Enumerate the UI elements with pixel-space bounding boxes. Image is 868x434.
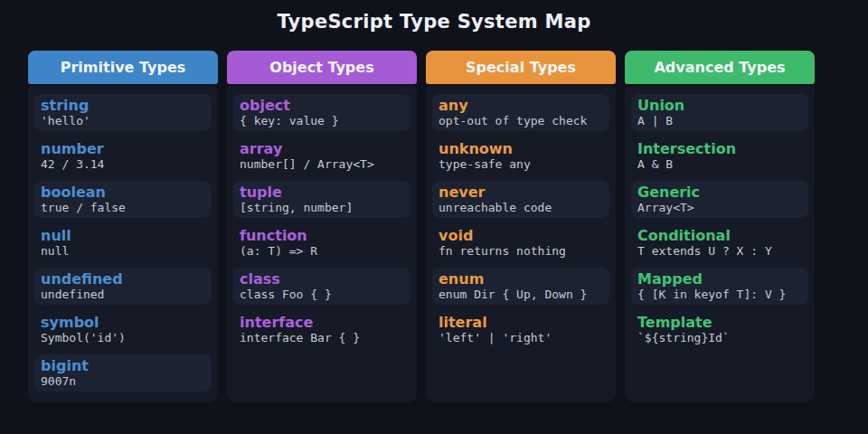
type-item: Union A | B — [631, 94, 808, 131]
type-item: enum enum Dir { Up, Down } — [432, 268, 609, 305]
type-example: true / false — [41, 201, 212, 215]
column-header: Object Types — [227, 51, 417, 84]
type-example: interface Bar { } — [240, 331, 410, 345]
type-item: void fn returns nothing — [432, 224, 609, 261]
column-header: Special Types — [426, 51, 616, 84]
column-header: Advanced Types — [625, 51, 815, 84]
type-example: number[] / Array<T> — [240, 157, 410, 172]
type-column: Object Types object { key: value } array… — [227, 51, 417, 402]
type-name: tuple — [240, 184, 410, 201]
type-example: 'hello' — [41, 114, 212, 128]
type-name: Mapped — [637, 270, 808, 288]
type-example: A & B — [637, 157, 808, 172]
type-name: number — [41, 140, 212, 157]
type-example: T extends U ? X : Y — [637, 244, 808, 259]
column-body: string 'hello' number 42 / 3.14 boolean … — [28, 86, 218, 402]
type-example: 9007n — [41, 374, 212, 389]
type-example: fn returns nothing — [439, 244, 609, 259]
type-item: tuple [string, number] — [233, 181, 410, 218]
type-example: type-safe any — [439, 157, 609, 172]
column-body: any opt-out of type check unknown type-s… — [426, 86, 616, 402]
type-name: Template — [637, 314, 808, 331]
type-name: interface — [240, 314, 410, 331]
type-item: null null — [34, 224, 212, 261]
type-item: Mapped { [K in keyof T]: V } — [631, 268, 808, 305]
type-item: Intersection A & B — [631, 137, 808, 175]
type-item: bigint 9007n — [34, 354, 212, 392]
page-title: TypeScript Type System Map — [0, 11, 868, 33]
type-example: undefined — [41, 288, 212, 302]
type-item: number 42 / 3.14 — [34, 137, 212, 175]
type-system-map-page: TypeScript Type System Map Primitive Typ… — [0, 0, 868, 434]
type-name: array — [240, 140, 410, 157]
type-item: literal 'left' | 'right' — [432, 311, 609, 348]
type-item: symbol Symbol('id') — [34, 311, 212, 348]
type-item: unknown type-safe any — [432, 137, 609, 175]
type-item: class class Foo { } — [233, 268, 410, 305]
type-name: Conditional — [637, 227, 808, 244]
type-name: function — [240, 227, 410, 244]
type-example: `${string}Id` — [637, 331, 808, 345]
type-name: Union — [637, 97, 808, 114]
type-example: class Foo { } — [240, 288, 410, 302]
type-name: void — [439, 227, 609, 244]
type-example: 'left' | 'right' — [439, 331, 609, 345]
type-item: never unreachable code — [432, 181, 609, 218]
type-name: enum — [439, 270, 609, 288]
type-item: string 'hello' — [34, 94, 212, 131]
type-item: Conditional T extends U ? X : Y — [631, 224, 808, 261]
type-name: object — [240, 97, 410, 114]
type-name: boolean — [41, 184, 212, 201]
type-item: undefined undefined — [34, 268, 212, 305]
type-example: null — [41, 244, 212, 259]
type-item: Generic Array<T> — [631, 181, 808, 218]
type-name: symbol — [41, 314, 212, 331]
type-name: never — [439, 184, 609, 201]
type-example: { key: value } — [240, 114, 410, 128]
type-example: opt-out of type check — [439, 114, 609, 128]
type-name: bigint — [41, 357, 212, 374]
type-example: [string, number] — [240, 201, 410, 215]
type-example: (a: T) => R — [240, 244, 410, 259]
type-item: interface interface Bar { } — [233, 311, 410, 348]
type-item: Template `${string}Id` — [631, 311, 808, 348]
type-example: { [K in keyof T]: V } — [637, 288, 808, 302]
type-name: class — [240, 270, 410, 288]
type-example: Symbol('id') — [41, 331, 212, 345]
column-body: Union A | B Intersection A & B Generic A… — [625, 86, 815, 402]
type-item: array number[] / Array<T> — [233, 137, 410, 175]
type-example: 42 / 3.14 — [41, 157, 212, 172]
type-column: Advanced Types Union A | B Intersection … — [625, 51, 815, 402]
type-example: unreachable code — [439, 201, 609, 215]
column-body: object { key: value } array number[] / A… — [227, 86, 417, 402]
type-column: Primitive Types string 'hello' number 42… — [28, 51, 218, 402]
type-item: any opt-out of type check — [432, 94, 609, 131]
type-name: any — [439, 97, 609, 114]
type-item: function (a: T) => R — [233, 224, 410, 261]
type-column: Special Types any opt-out of type check … — [426, 51, 616, 402]
type-example: Array<T> — [637, 201, 808, 215]
type-name: literal — [439, 314, 609, 331]
columns-container: Primitive Types string 'hello' number 42… — [28, 51, 815, 402]
type-name: Generic — [637, 184, 808, 201]
column-header: Primitive Types — [28, 51, 218, 84]
type-name: string — [41, 97, 212, 114]
type-item: object { key: value } — [233, 94, 410, 131]
type-name: undefined — [41, 270, 212, 288]
type-example: A | B — [637, 114, 808, 128]
type-item: boolean true / false — [34, 181, 212, 218]
type-name: Intersection — [637, 140, 808, 157]
type-name: null — [41, 227, 212, 244]
type-name: unknown — [439, 140, 609, 157]
type-example: enum Dir { Up, Down } — [439, 288, 609, 302]
